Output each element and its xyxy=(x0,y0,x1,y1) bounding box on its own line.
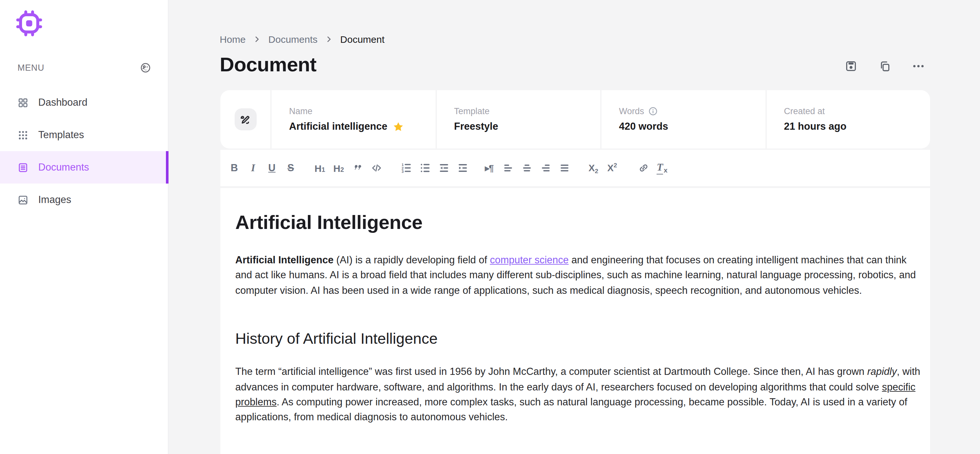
align-left-icon xyxy=(502,162,514,174)
meta-value-template: Freestyle xyxy=(454,121,600,132)
doc-link[interactable]: computer science xyxy=(490,254,569,265)
align-left-button[interactable] xyxy=(498,157,517,179)
breadcrumb-current: Document xyxy=(340,33,385,45)
align-right-icon xyxy=(539,162,551,174)
strike-label: S xyxy=(288,162,294,174)
bold-label: B xyxy=(231,162,238,174)
paragraph-direction-button[interactable]: ▸¶ xyxy=(480,157,498,179)
h2-num: 2 xyxy=(340,166,344,173)
meta-cell-created: Created at 21 hours ago xyxy=(767,90,930,148)
copy-icon xyxy=(878,60,891,73)
meta-value-words: 420 words xyxy=(619,121,765,132)
align-center-button[interactable] xyxy=(517,157,536,179)
bold-button[interactable]: B xyxy=(225,157,244,179)
indent-icon xyxy=(457,162,468,174)
sidebar: MENU Dashboard xyxy=(0,0,169,454)
doc-text-italic: rapidly xyxy=(867,366,897,377)
ordered-list-button[interactable]: 1 2 3 xyxy=(397,157,415,179)
breadcrumb-home[interactable]: Home xyxy=(220,33,246,45)
breadcrumb: Home Documents Document xyxy=(220,32,385,45)
sidebar-nav: Dashboard Templates Documents xyxy=(0,86,169,216)
outdent-icon xyxy=(438,162,450,174)
heading1-button[interactable]: H1 xyxy=(310,157,329,179)
dots-grid-icon xyxy=(18,129,29,140)
h1-num: 1 xyxy=(321,166,325,173)
sidebar-item-label: Dashboard xyxy=(38,97,88,108)
unordered-list-button[interactable] xyxy=(415,157,434,179)
signature-pen-icon xyxy=(239,113,251,126)
meta-value-name: Artificial intelligence xyxy=(289,121,435,132)
chevron-right-icon xyxy=(253,35,261,43)
justify-button[interactable] xyxy=(555,157,574,179)
photo-icon xyxy=(18,194,29,205)
link-icon xyxy=(638,162,649,174)
code-icon xyxy=(371,162,382,174)
document-lines-icon xyxy=(18,162,29,173)
outdent-button[interactable] xyxy=(434,157,453,179)
info-icon[interactable] xyxy=(648,107,658,116)
superscript-button[interactable]: X2 xyxy=(603,157,622,179)
paragraph-direction-label: ▸¶ xyxy=(485,163,493,173)
sidebar-item-documents[interactable]: Documents xyxy=(0,151,169,183)
meta-label-template: Template xyxy=(454,107,600,116)
subscript-base: X xyxy=(589,163,595,173)
meta-cell-name: Name Artificial intelligence xyxy=(272,90,435,148)
meta-cell-template: Template Freestyle xyxy=(436,90,600,148)
star-favorite-icon[interactable] xyxy=(393,121,404,132)
doc-text: (AI) is a rapidly developing field of xyxy=(334,254,490,265)
clear-formatting-button[interactable]: Tx xyxy=(653,157,671,179)
underline-label: U xyxy=(268,162,275,174)
quote-icon xyxy=(352,163,363,173)
sidebar-item-label: Images xyxy=(38,194,71,205)
page-title: Document xyxy=(220,53,316,76)
app-root: MENU Dashboard xyxy=(0,0,980,454)
meta-label-created: Created at xyxy=(784,107,930,116)
sidebar-item-images[interactable]: Images xyxy=(0,183,169,216)
meta-label-words: Words xyxy=(619,107,765,116)
code-button[interactable] xyxy=(367,157,386,179)
doc-text-bold: Artificial Intelligence xyxy=(235,254,334,265)
italic-label: I xyxy=(251,162,255,174)
more-options-button[interactable] xyxy=(907,54,930,78)
strikethrough-button[interactable]: S xyxy=(281,157,300,179)
editor-toolbar: B I U S H1 H2 1 2 3 xyxy=(220,150,930,186)
sidebar-menu-header: MENU xyxy=(18,61,151,74)
meta-value-created: 21 hours ago xyxy=(784,121,930,132)
align-right-button[interactable] xyxy=(536,157,555,179)
link-button[interactable] xyxy=(634,157,653,179)
sidebar-item-dashboard[interactable]: Dashboard xyxy=(0,86,169,119)
menu-label: MENU xyxy=(18,62,45,72)
subscript-button[interactable]: X2 xyxy=(584,157,603,179)
h2-letter: H xyxy=(334,162,340,174)
meta-label-name: Name xyxy=(289,107,435,116)
sidebar-item-label: Templates xyxy=(38,129,84,141)
blockquote-button[interactable] xyxy=(348,157,367,179)
pen-badge xyxy=(234,108,256,131)
editor-content: Artificial IntelligenceArtificial Intell… xyxy=(235,210,921,425)
unordered-list-icon xyxy=(419,162,431,174)
indent-button[interactable] xyxy=(453,157,472,179)
editor-surface[interactable]: Artificial IntelligenceArtificial Intell… xyxy=(220,188,930,454)
clear-format-t: T xyxy=(657,161,663,174)
sidebar-item-label: Documents xyxy=(38,161,89,173)
ordered-list-icon: 1 2 3 xyxy=(400,162,412,174)
justify-icon xyxy=(558,162,570,174)
doc-text: . As computing power increased, more com… xyxy=(235,396,907,422)
italic-button[interactable]: I xyxy=(244,157,262,179)
save-icon xyxy=(845,60,858,73)
doc-text: The term “artificial intelligence” was f… xyxy=(235,366,867,377)
underline-button[interactable]: U xyxy=(262,157,281,179)
copy-button[interactable] xyxy=(873,54,896,78)
breadcrumb-documents[interactable]: Documents xyxy=(268,33,318,45)
document-name-text: Artificial intelligence xyxy=(289,121,387,132)
grid-icon xyxy=(18,97,29,108)
subscript-num: 2 xyxy=(595,167,598,174)
doc-paragraph: Artificial Intelligence (AI) is a rapidl… xyxy=(235,252,921,298)
chevron-right-icon xyxy=(325,35,333,43)
sidebar-item-templates[interactable]: Templates xyxy=(0,119,169,151)
heading2-button[interactable]: H2 xyxy=(329,157,348,179)
save-button[interactable] xyxy=(839,54,863,78)
words-label-text: Words xyxy=(619,107,644,116)
mood-face-icon[interactable] xyxy=(140,62,151,73)
superscript-base: X xyxy=(607,163,614,173)
